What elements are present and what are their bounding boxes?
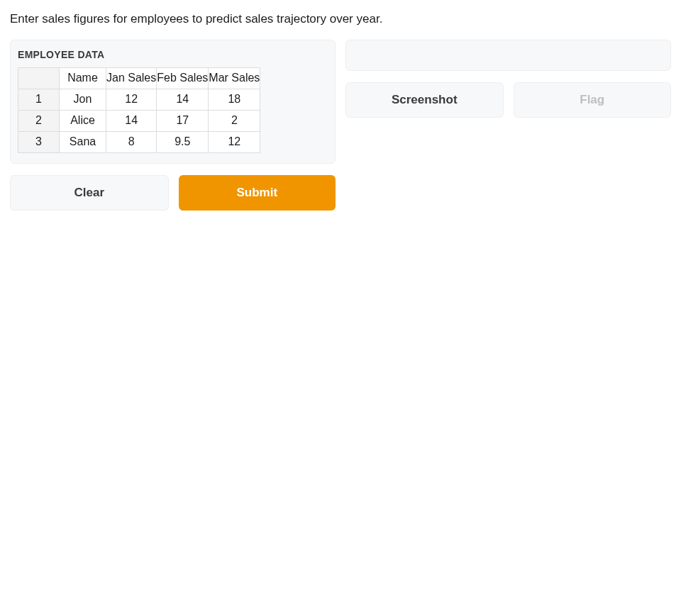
right-column: Screenshot Flag [345,40,671,118]
employee-data-table[interactable]: Name Jan Sales Feb Sales Mar Sales 1 Jon… [18,67,260,153]
flag-button[interactable]: Flag [514,82,672,118]
clear-button[interactable]: Clear [10,175,169,211]
table-row: 1 Jon 12 14 18 [18,89,260,110]
output-button-row: Screenshot Flag [345,82,671,118]
cell-jan[interactable]: 8 [106,131,157,152]
cell-jan[interactable]: 14 [106,110,157,131]
cell-jan[interactable]: 12 [106,89,157,110]
left-column: EMPLOYEE DATA Name Jan Sales Feb Sales M… [10,40,336,211]
column-header-jan[interactable]: Jan Sales [106,67,157,89]
column-header-name[interactable]: Name [60,67,106,89]
row-index[interactable]: 2 [18,110,60,131]
column-header-mar[interactable]: Mar Sales [209,67,260,89]
cell-name[interactable]: Alice [60,110,106,131]
cell-name[interactable]: Sana [60,131,106,152]
table-corner [18,67,60,89]
screenshot-button[interactable]: Screenshot [345,82,504,118]
employee-data-panel: EMPLOYEE DATA Name Jan Sales Feb Sales M… [10,40,336,164]
employee-data-label: EMPLOYEE DATA [18,49,328,60]
cell-mar[interactable]: 2 [209,110,260,131]
cell-feb[interactable]: 17 [157,110,209,131]
row-index[interactable]: 3 [18,131,60,152]
cell-feb[interactable]: 14 [157,89,209,110]
cell-mar[interactable]: 12 [209,131,260,152]
cell-feb[interactable]: 9.5 [157,131,209,152]
table-row: 2 Alice 14 17 2 [18,110,260,131]
row-index[interactable]: 1 [18,89,60,110]
main-columns: EMPLOYEE DATA Name Jan Sales Feb Sales M… [10,40,671,211]
output-panel [345,40,671,71]
table-row: 3 Sana 8 9.5 12 [18,131,260,152]
cell-mar[interactable]: 18 [209,89,260,110]
input-button-row: Clear Submit [10,175,336,211]
cell-name[interactable]: Jon [60,89,106,110]
page-description: Enter sales figures for employees to pre… [10,10,671,28]
submit-button[interactable]: Submit [179,175,336,211]
column-header-feb[interactable]: Feb Sales [157,67,209,89]
